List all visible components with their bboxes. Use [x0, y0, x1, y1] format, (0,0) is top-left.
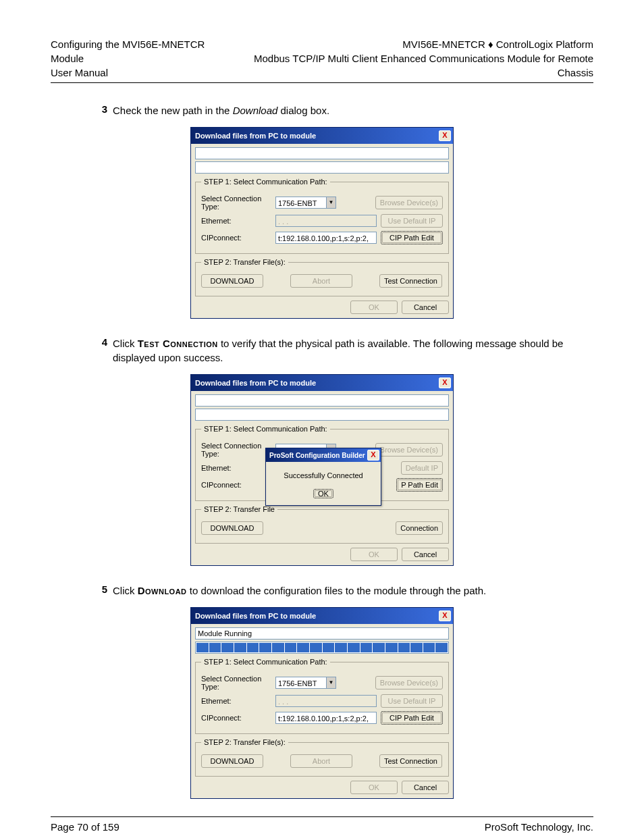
dialog-title: Download files from PC to module	[195, 612, 316, 620]
success-popup: ProSoft Configuration Builder X Successf…	[265, 448, 381, 506]
conn-type-label: Select Connection Type:	[201, 194, 275, 211]
popup-message: Successfully Connected	[271, 471, 375, 479]
download-button[interactable]: DOWNLOAD	[201, 521, 263, 535]
ethernet-field[interactable]: . . .	[275, 695, 377, 707]
footer-page-number: Page 70 of 159	[51, 820, 119, 834]
default-ip-button[interactable]: Default IP	[401, 461, 443, 475]
cip-path-edit-button[interactable]: CIP Path Edit	[381, 711, 443, 725]
download-dialog-1: Download files from PC to module X STEP …	[190, 127, 454, 319]
step1-group: STEP 1: Select Communication Path: Selec…	[195, 658, 449, 734]
close-icon[interactable]: X	[439, 130, 451, 141]
conn-type-select[interactable]: 1756-ENBT ▼	[275, 197, 336, 209]
ethernet-label: Ethernet:	[201, 464, 275, 472]
dialog-title: Download files from PC to module	[195, 132, 316, 140]
header-right-1: MVI56E-MNETCR ♦ ControlLogix Platform	[232, 37, 593, 51]
conn-type-label: Select Connection Type:	[201, 442, 275, 458]
ethernet-label: Ethernet:	[201, 217, 275, 225]
step2-legend-partial: STEP 2: Transfer File	[201, 505, 277, 513]
step2-legend: STEP 2: Transfer File(s):	[201, 258, 288, 266]
status-field-2	[195, 161, 449, 174]
popup-ok-button[interactable]: OK	[313, 489, 333, 498]
download-dialog-2: Download files from PC to module X STEP …	[190, 374, 454, 566]
ethernet-label: Ethernet:	[201, 697, 275, 705]
chevron-down-icon[interactable]: ▼	[327, 677, 336, 689]
close-icon[interactable]: X	[439, 377, 451, 388]
download-dialog-3: Download files from PC to module X Modul…	[190, 607, 454, 799]
chevron-down-icon[interactable]: ▼	[327, 197, 336, 209]
test-connection-button[interactable]: Test Connection	[379, 274, 442, 288]
dialog-title: Download files from PC to module	[195, 379, 316, 387]
browse-devices-button[interactable]: Browse Device(s)	[375, 196, 443, 209]
cancel-button[interactable]: Cancel	[402, 548, 449, 561]
step1-legend: STEP 1: Select Communication Path:	[201, 178, 330, 186]
step-3-text: Check the new path in the Download dialo…	[113, 103, 593, 118]
step2-group: STEP 2: Transfer File DOWNLOAD Connectio…	[195, 505, 449, 544]
dialog-titlebar[interactable]: Download files from PC to module X	[191, 375, 453, 391]
footer-rule	[51, 816, 593, 817]
page-footer: Page 70 of 159 ProSoft Technology, Inc. …	[51, 820, 593, 834]
step1-legend: STEP 1: Select Communication Path:	[201, 425, 330, 433]
step-4-text: Click Test Connection to verify that the…	[113, 336, 593, 365]
status-field-2	[195, 409, 449, 421]
step-3: 3 Check the new path in the Download dia…	[51, 103, 593, 118]
use-default-ip-button[interactable]: Use Default IP	[381, 694, 443, 708]
connection-button[interactable]: Connection	[396, 521, 443, 535]
cip-label: CIPconnect:	[201, 481, 275, 489]
step-5-number: 5	[88, 583, 113, 598]
cip-label: CIPconnect:	[201, 234, 275, 242]
step2-legend: STEP 2: Transfer File(s):	[201, 738, 288, 746]
conn-type-select[interactable]: 1756-ENBT ▼	[275, 677, 336, 689]
header-left-2: User Manual	[51, 66, 232, 80]
status-field	[195, 147, 449, 159]
header-left-1: Configuring the MVI56E-MNETCR Module	[51, 37, 232, 66]
download-button[interactable]: DOWNLOAD	[201, 274, 263, 288]
footer-company: ProSoft Technology, Inc.	[485, 820, 593, 834]
step2-group: STEP 2: Transfer File(s): DOWNLOAD Abort…	[195, 258, 449, 296]
cip-path-edit-button[interactable]: CIP Path Edit	[381, 231, 443, 244]
download-button[interactable]: DOWNLOAD	[201, 754, 263, 768]
cip-field[interactable]: t:192.168.0.100,p:1,s:2,p:2,	[275, 232, 377, 244]
step-4: 4 Click Test Connection to verify that t…	[51, 336, 593, 365]
ok-button[interactable]: OK	[350, 301, 398, 314]
p-path-edit-button[interactable]: P Path Edit	[396, 478, 443, 492]
ethernet-field[interactable]: . . .	[275, 215, 377, 227]
browse-devices-button[interactable]: Browse Device(s)	[375, 443, 443, 457]
step-5: 5 Click Download to download the configu…	[51, 583, 593, 598]
step2-group: STEP 2: Transfer File(s): DOWNLOAD Abort…	[195, 738, 449, 777]
close-icon[interactable]: X	[367, 450, 379, 461]
use-default-ip-button[interactable]: Use Default IP	[381, 214, 443, 228]
dialog-titlebar[interactable]: Download files from PC to module X	[191, 128, 453, 144]
step-5-text: Click Download to download the configura…	[113, 583, 593, 598]
cancel-button[interactable]: Cancel	[402, 781, 449, 794]
cip-label: CIPconnect:	[201, 714, 275, 722]
abort-button[interactable]: Abort	[290, 274, 352, 288]
abort-button[interactable]: Abort	[290, 754, 352, 768]
page-header: Configuring the MVI56E-MNETCR Module Use…	[51, 37, 593, 80]
browse-devices-button[interactable]: Browse Device(s)	[375, 676, 443, 689]
close-icon[interactable]: X	[439, 610, 451, 621]
header-right-2: Modbus TCP/IP Multi Client Enhanced Comm…	[232, 51, 593, 80]
step-3-number: 3	[88, 103, 113, 118]
ok-button[interactable]: OK	[350, 548, 398, 561]
cip-field[interactable]: t:192.168.0.100,p:1,s:2,p:2,	[275, 712, 377, 724]
dialog-titlebar[interactable]: Download files from PC to module X	[191, 608, 453, 624]
conn-type-value: 1756-ENBT	[275, 677, 327, 689]
conn-type-label: Select Connection Type:	[201, 675, 275, 691]
progress-bar	[195, 642, 449, 654]
popup-title: ProSoft Configuration Builder	[269, 452, 365, 459]
ok-button[interactable]: OK	[350, 781, 398, 794]
step1-legend: STEP 1: Select Communication Path:	[201, 658, 330, 666]
cancel-button[interactable]: Cancel	[402, 301, 449, 314]
status-field	[195, 394, 449, 407]
status-field-running: Module Running	[195, 627, 449, 640]
step1-group: STEP 1: Select Communication Path: Selec…	[195, 178, 449, 254]
test-connection-button[interactable]: Test Connection	[379, 754, 442, 768]
conn-type-value: 1756-ENBT	[275, 197, 327, 209]
step-4-number: 4	[88, 336, 113, 365]
